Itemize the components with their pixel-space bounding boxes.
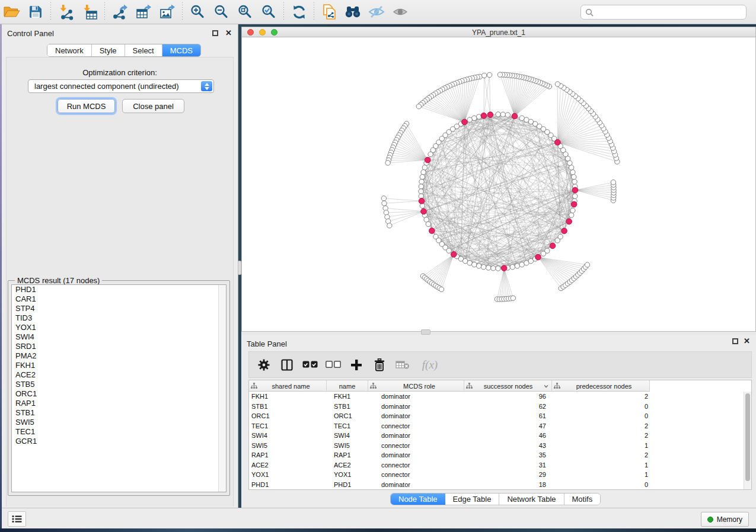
- cell-predecessor-nodes[interactable]: 1: [552, 470, 650, 480]
- cell-MCDS-role[interactable]: connector: [368, 421, 464, 431]
- network-node[interactable]: [476, 264, 481, 268]
- network-node[interactable]: [512, 113, 518, 119]
- network-node[interactable]: [496, 112, 500, 117]
- network-node[interactable]: [472, 116, 477, 120]
- network-node[interactable]: [481, 113, 487, 118]
- import-table-button[interactable]: [78, 2, 101, 22]
- cell-MCDS-role[interactable]: dominator: [368, 392, 464, 402]
- show-panel-list-button[interactable]: [8, 511, 26, 527]
- cell-successor-nodes[interactable]: 61: [464, 411, 552, 421]
- table-row[interactable]: ORC1ORC1dominator610: [249, 411, 744, 421]
- copy-network-button[interactable]: [317, 2, 341, 22]
- cell-shared-name[interactable]: TEC1: [249, 421, 327, 431]
- table-row[interactable]: PHD1PHD1dominator180: [249, 480, 744, 490]
- mcds-node-item[interactable]: FKH1: [12, 361, 226, 370]
- network-node[interactable]: [487, 72, 492, 77]
- network-node[interactable]: [429, 228, 435, 234]
- table-row[interactable]: STB1STB1dominator620: [249, 402, 744, 412]
- network-node[interactable]: [572, 180, 577, 184]
- network-node[interactable]: [481, 73, 486, 78]
- mcds-node-item[interactable]: GCR1: [12, 437, 226, 446]
- mcds-node-item[interactable]: ORC1: [12, 389, 226, 399]
- network-node[interactable]: [497, 72, 502, 77]
- float-panel-icon[interactable]: [732, 338, 738, 344]
- tab-edge-table[interactable]: Edge Table: [445, 493, 500, 505]
- column-header-name[interactable]: name: [327, 380, 368, 392]
- search-field[interactable]: [580, 5, 747, 20]
- close-panel-icon[interactable]: ✕: [225, 28, 232, 37]
- mcds-node-item[interactable]: STB5: [12, 380, 226, 389]
- zoom-fit-button[interactable]: [233, 2, 257, 22]
- import-network-button[interactable]: [54, 2, 78, 22]
- network-node[interactable]: [515, 264, 519, 268]
- cell-MCDS-role[interactable]: connector: [368, 460, 464, 470]
- network-node[interactable]: [487, 112, 493, 118]
- save-session-button[interactable]: [24, 2, 47, 22]
- network-node[interactable]: [491, 266, 496, 271]
- network-node[interactable]: [481, 264, 486, 269]
- network-node[interactable]: [419, 184, 423, 189]
- network-node[interactable]: [387, 223, 392, 228]
- tab-network-table[interactable]: Network Table: [499, 493, 564, 505]
- network-node[interactable]: [421, 169, 426, 174]
- cell-predecessor-nodes[interactable]: 2: [552, 431, 650, 441]
- tab-node-table[interactable]: Node Table: [391, 493, 445, 505]
- cell-name[interactable]: PHD1: [327, 480, 368, 490]
- network-node[interactable]: [420, 174, 425, 179]
- tab-network[interactable]: Network: [47, 44, 92, 56]
- mcds-node-item[interactable]: RAP1: [12, 399, 226, 408]
- cell-shared-name[interactable]: PHD1: [249, 480, 327, 490]
- network-node[interactable]: [419, 180, 424, 184]
- cell-MCDS-role[interactable]: connector: [368, 441, 464, 451]
- cell-shared-name[interactable]: STB1: [249, 402, 327, 412]
- network-node[interactable]: [570, 208, 575, 213]
- network-node[interactable]: [555, 140, 561, 146]
- cell-name[interactable]: ACE2: [327, 460, 368, 470]
- export-image-button[interactable]: [155, 2, 179, 22]
- network-node[interactable]: [573, 194, 578, 198]
- delete-column-button[interactable]: [371, 355, 388, 375]
- network-node[interactable]: [562, 228, 567, 234]
- mcds-node-item[interactable]: SWI5: [12, 418, 226, 427]
- network-node[interactable]: [519, 262, 524, 267]
- network-node[interactable]: [462, 119, 468, 125]
- cell-MCDS-role[interactable]: dominator: [368, 411, 464, 421]
- network-node[interactable]: [425, 157, 430, 163]
- zoom-in-button[interactable]: [186, 2, 209, 22]
- mcds-node-item[interactable]: SRD1: [12, 342, 226, 351]
- network-node[interactable]: [501, 265, 507, 271]
- network-node[interactable]: [550, 243, 556, 249]
- deselect-all-columns-button[interactable]: [324, 355, 342, 375]
- cell-shared-name[interactable]: RAP1: [249, 450, 327, 460]
- column-header-successor-nodes[interactable]: successor nodes: [464, 380, 552, 392]
- network-node[interactable]: [451, 252, 457, 258]
- mcds-node-item[interactable]: TID3: [12, 313, 226, 323]
- first-neighbors-button[interactable]: [341, 2, 365, 22]
- table-row[interactable]: SWI5SWI5connector431: [249, 441, 744, 451]
- network-node[interactable]: [486, 265, 491, 270]
- mcds-node-item[interactable]: PHD1: [12, 285, 226, 294]
- delete-table-button[interactable]: [394, 355, 412, 375]
- cell-shared-name[interactable]: SWI5: [249, 441, 327, 451]
- mcds-node-item[interactable]: ACE2: [12, 370, 226, 380]
- refresh-button[interactable]: [287, 2, 311, 22]
- network-node[interactable]: [545, 248, 550, 253]
- cell-predecessor-nodes[interactable]: 2: [552, 392, 650, 402]
- cell-name[interactable]: SWI4: [327, 431, 368, 441]
- network-node[interactable]: [419, 198, 425, 204]
- cell-name[interactable]: TEC1: [327, 421, 368, 431]
- network-node[interactable]: [422, 165, 427, 170]
- network-node[interactable]: [419, 189, 423, 194]
- run-mcds-button[interactable]: Run MCDS: [58, 99, 115, 113]
- cell-successor-nodes[interactable]: 46: [464, 431, 552, 441]
- network-node[interactable]: [511, 296, 515, 300]
- network-node[interactable]: [569, 165, 573, 170]
- cell-MCDS-role[interactable]: dominator: [368, 402, 464, 412]
- network-node[interactable]: [496, 266, 500, 271]
- table-row[interactable]: ACE2ACE2connector311: [249, 460, 744, 470]
- cell-shared-name[interactable]: SWI4: [249, 431, 327, 441]
- gear-button[interactable]: [255, 355, 273, 375]
- column-header-MCDS-role[interactable]: MCDS role: [368, 380, 464, 392]
- columns-button[interactable]: [278, 355, 296, 375]
- network-node[interactable]: [569, 213, 573, 217]
